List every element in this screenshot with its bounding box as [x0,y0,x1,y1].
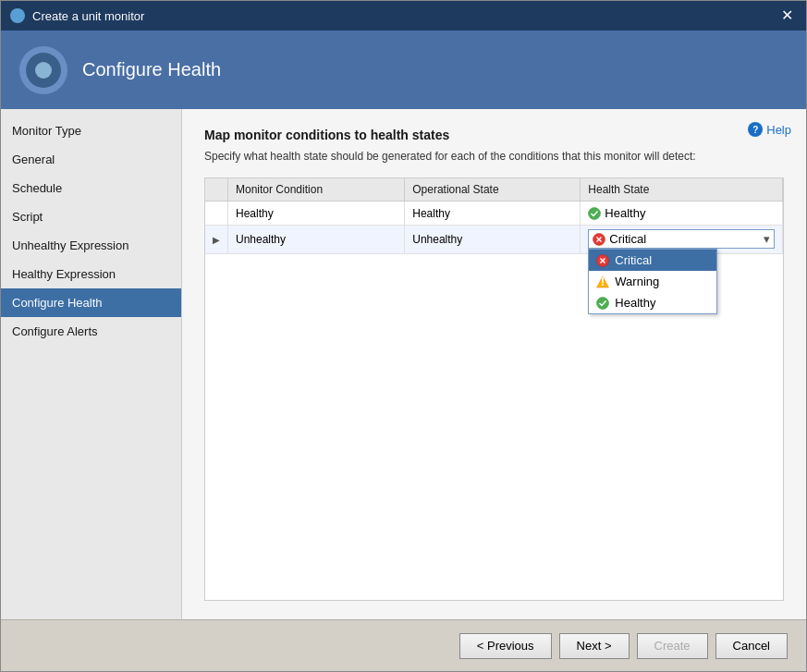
create-label: Create [654,639,691,653]
next-label: Next > [577,639,612,653]
svg-point-0 [589,207,601,219]
sidebar-item-general[interactable]: General [1,145,181,174]
previous-label: < Previous [477,639,534,653]
cancel-label: Cancel [733,639,770,653]
dropdown-option-critical[interactable]: Critical [589,250,716,271]
conditions-table-container: Monitor Condition Operational State Heal… [204,177,784,601]
col-arrow [205,178,228,202]
sidebar-item-schedule[interactable]: Schedule [1,174,181,202]
dropdown-option-healthy[interactable]: Healthy [589,292,716,313]
row-2-arrow: ▶ [205,226,228,254]
sidebar-item-healthy-expression[interactable]: Healthy Expression [1,260,181,288]
critical-option-icon [596,254,609,267]
row-1-health-cell: Healthy [588,206,775,220]
window-icon [10,8,25,23]
conditions-table: Monitor Condition Operational State Heal… [205,178,783,254]
sidebar: Monitor Type General Schedule Script Unh… [1,109,182,619]
footer: < Previous Next > Create Cancel [1,619,806,671]
help-link[interactable]: ? Help [748,122,791,137]
row-1-arrow [205,202,228,226]
svg-point-9 [597,297,609,309]
sidebar-item-configure-alerts[interactable]: Configure Alerts [1,317,181,346]
header-logo-inner [26,53,61,88]
header-logo [19,46,67,94]
healthy-icon [588,207,601,220]
col-health-state: Health State [581,178,783,202]
previous-button[interactable]: < Previous [459,633,552,659]
svg-text:!: ! [601,275,605,288]
row-1-health: Healthy [581,202,783,226]
table-row: Healthy Healthy [205,202,783,226]
col-monitor-condition: Monitor Condition [228,178,405,202]
row-2-health: Critical ▾ [581,226,783,254]
healthy-option-icon [596,297,609,310]
dropdown-option-warning[interactable]: ! Warning [589,271,716,292]
content-area: ? Help Map monitor conditions to health … [182,109,806,619]
header: Configure Health [1,31,806,109]
table-header-row: Monitor Condition Operational State Heal… [205,178,783,202]
create-button[interactable]: Create [637,633,708,659]
window-title: Create a unit monitor [32,9,777,23]
row-1-health-label: Healthy [605,206,645,220]
sidebar-item-unhealthy-expression[interactable]: Unhealthy Expression [1,231,181,260]
close-button[interactable]: ✕ [777,8,797,23]
critical-icon [593,233,605,246]
table-row: ▶ Unhealthy Unhealthy [205,226,783,254]
title-bar: Create a unit monitor ✕ [1,1,806,31]
dropdown-current-value: Critical [609,232,646,246]
cancel-button[interactable]: Cancel [715,633,788,659]
header-title: Configure Health [82,59,221,80]
sidebar-item-script[interactable]: Script [1,202,181,231]
healthy-option-label: Healthy [615,296,655,310]
row-expand-arrow: ▶ [213,235,220,245]
row-1-condition: Healthy [228,202,405,226]
next-button[interactable]: Next > [559,633,630,659]
row-2-condition: Unhealthy [228,226,405,254]
critical-option-label: Critical [615,253,652,267]
warning-option-label: Warning [615,275,659,288]
content-title: Map monitor conditions to health states [204,128,784,142]
content-description: Specify what health state should be gene… [204,150,784,163]
health-state-dropdown[interactable]: Critical ▾ [588,229,775,249]
dropdown-arrow-icon: ▾ [760,232,770,246]
main-area: Monitor Type General Schedule Script Unh… [1,109,806,619]
header-logo-dot [35,62,52,79]
help-label: Help [766,123,791,137]
main-window: Create a unit monitor ✕ Configure Health… [0,0,807,672]
dropdown-popup: Critical ! [588,249,717,314]
col-operational-state: Operational State [405,178,581,202]
dropdown-container: Critical ▾ [588,229,775,249]
row-2-operational: Unhealthy [405,226,581,254]
sidebar-item-monitor-type[interactable]: Monitor Type [1,116,181,145]
sidebar-item-configure-health[interactable]: Configure Health [1,288,181,317]
warning-option-icon: ! [596,275,609,288]
row-1-operational: Healthy [405,202,581,226]
help-icon: ? [748,122,763,137]
